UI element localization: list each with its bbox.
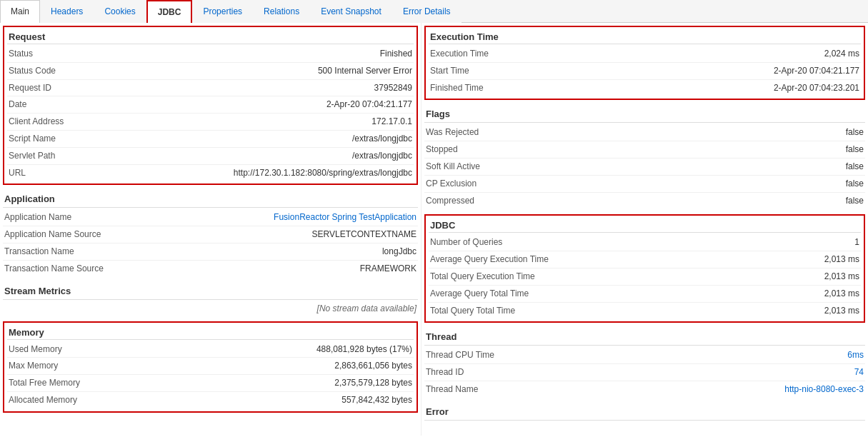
transaction-name-label: Transaction Name xyxy=(4,246,74,258)
max-memory-label: Max Memory xyxy=(9,360,58,372)
table-row: Allocated Memory 557,842,432 bytes xyxy=(7,392,414,408)
thread-section: Thread Thread CPU Time 6ms Thread ID 74 … xyxy=(424,328,865,397)
start-time-value: 2-Apr-20 07:04:21.177 xyxy=(774,65,859,77)
finished-time-label: Finished Time xyxy=(430,82,484,94)
stream-metrics-value: [No stream data available] xyxy=(3,301,418,316)
request-title: Request xyxy=(7,30,414,44)
transaction-name-value: longJdbc xyxy=(382,246,416,258)
table-row: Number of Queries 1 xyxy=(429,234,861,251)
servlet-path-value: /extras/longjdbc xyxy=(352,150,412,162)
stream-metrics-title: Stream Metrics xyxy=(3,283,418,300)
request-id-value: 37952849 xyxy=(374,82,412,94)
tab-error-details[interactable]: Error Details xyxy=(392,0,462,23)
max-memory-value: 2,863,661,056 bytes xyxy=(334,360,412,372)
date-label: Date xyxy=(9,99,26,111)
table-row: Servlet Path /extras/longjdbc xyxy=(7,148,414,165)
left-panel: Request Status Finished Status Code 500 … xyxy=(0,23,421,436)
total-free-memory-label: Total Free Memory xyxy=(9,377,80,389)
num-queries-label: Number of Queries xyxy=(430,236,502,248)
table-row: Total Free Memory 2,375,579,128 bytes xyxy=(7,375,414,392)
used-memory-label: Used Memory xyxy=(9,343,62,356)
servlet-path-label: Servlet Path xyxy=(9,150,55,162)
total-query-total-value: 2,013 ms xyxy=(824,305,859,317)
total-query-total-label: Total Query Total Time xyxy=(430,305,515,317)
thread-cpu-label: Thread CPU Time xyxy=(426,349,494,361)
thread-id-value: 74 xyxy=(854,366,864,378)
jdbc-section: JDBC Number of Queries 1 Average Query E… xyxy=(424,214,865,323)
table-row: Date 2-Apr-20 07:04:21.177 xyxy=(7,96,414,114)
status-label: Status xyxy=(9,48,33,60)
error-section: Error xyxy=(424,403,865,421)
total-free-memory-value: 2,375,579,128 bytes xyxy=(334,377,412,389)
cp-exclusion-label: CP Exclusion xyxy=(426,178,477,190)
transaction-name-source-value: FRAMEWORK xyxy=(360,263,416,275)
table-row: URL http://172.30.1.182:8080/spring/extr… xyxy=(7,165,414,181)
exec-time-value: 2,024 ms xyxy=(824,48,859,60)
client-address-label: Client Address xyxy=(9,116,64,128)
soft-kill-value: false xyxy=(846,161,864,173)
finished-time-value: 2-Apr-20 07:04:23.201 xyxy=(774,82,859,94)
compressed-label: Compressed xyxy=(426,195,474,207)
was-rejected-value: false xyxy=(846,126,864,139)
thread-title: Thread xyxy=(424,328,865,346)
date-value: 2-Apr-20 07:04:21.177 xyxy=(326,99,412,111)
used-memory-value: 488,081,928 bytes (17%) xyxy=(316,343,412,356)
error-title: Error xyxy=(424,403,865,421)
status-value: Finished xyxy=(380,48,412,60)
application-title: Application xyxy=(3,191,418,208)
app-name-source-value: SERVLETCONTEXTNAME xyxy=(312,228,416,241)
was-rejected-label: Was Rejected xyxy=(426,126,479,139)
transaction-name-source-label: Transaction Name Source xyxy=(4,263,104,275)
client-address-value: 172.17.0.1 xyxy=(371,116,412,128)
table-row: Average Query Total Time 2,013 ms xyxy=(429,286,861,303)
thread-name-label: Thread Name xyxy=(426,383,478,396)
avg-query-total-value: 2,013 ms xyxy=(824,288,859,300)
cp-exclusion-value: false xyxy=(846,178,864,190)
thread-id-label: Thread ID xyxy=(426,366,464,378)
table-row: Soft Kill Active false xyxy=(424,159,865,176)
app-name-label: Application Name xyxy=(4,211,71,223)
script-name-value: /extras/longjdbc xyxy=(352,133,412,145)
stream-metrics-section: Stream Metrics [No stream data available… xyxy=(3,283,418,316)
script-name-label: Script Name xyxy=(9,133,56,145)
table-row: Thread Name http-nio-8080-exec-3 xyxy=(424,381,865,398)
table-row: Average Query Execution Time 2,013 ms xyxy=(429,251,861,268)
thread-name-value: http-nio-8080-exec-3 xyxy=(784,383,864,396)
tab-properties[interactable]: Properties xyxy=(192,0,253,23)
table-row: Request ID 37952849 xyxy=(7,80,414,97)
table-row: Transaction Name Source FRAMEWORK xyxy=(3,261,418,277)
table-row: Total Query Execution Time 2,013 ms xyxy=(429,268,861,286)
total-query-exec-label: Total Query Execution Time xyxy=(430,271,535,283)
flags-section: Flags Was Rejected false Stopped false S… xyxy=(424,106,865,209)
jdbc-title: JDBC xyxy=(429,218,861,233)
stopped-label: Stopped xyxy=(426,144,458,156)
table-row: Thread ID 74 xyxy=(424,364,865,381)
url-label: URL xyxy=(9,167,26,179)
memory-title: Memory xyxy=(7,326,414,340)
tab-event-snapshot[interactable]: Event Snapshot xyxy=(310,0,392,23)
start-time-label: Start Time xyxy=(430,65,469,77)
app-name-value[interactable]: FusionReactor Spring TestApplication xyxy=(274,211,416,223)
execution-time-section: Execution Time Execution Time 2,024 ms S… xyxy=(424,26,865,100)
tabs-bar: Main Headers Cookies JDBC Properties Rel… xyxy=(0,0,868,23)
tab-headers[interactable]: Headers xyxy=(40,0,94,23)
tab-cookies[interactable]: Cookies xyxy=(94,0,146,23)
request-id-label: Request ID xyxy=(9,82,51,94)
url-value: http://172.30.1.182:8080/spring/extras/l… xyxy=(234,167,412,179)
soft-kill-label: Soft Kill Active xyxy=(426,161,480,173)
allocated-memory-value: 557,842,432 bytes xyxy=(341,394,412,406)
exec-time-label: Execution Time xyxy=(430,48,489,60)
table-row: Finished Time 2-Apr-20 07:04:23.201 xyxy=(429,80,861,96)
table-row: Stopped false xyxy=(424,141,865,159)
tab-relations[interactable]: Relations xyxy=(253,0,310,23)
tab-main[interactable]: Main xyxy=(0,0,40,23)
table-row: Used Memory 488,081,928 bytes (17%) xyxy=(7,341,414,358)
table-row: Start Time 2-Apr-20 07:04:21.177 xyxy=(429,63,861,80)
table-row: Status Finished xyxy=(7,46,414,63)
status-code-value: 500 Internal Server Error xyxy=(318,65,412,77)
app-name-source-label: Application Name Source xyxy=(4,228,101,241)
execution-time-title: Execution Time xyxy=(429,30,861,44)
request-section: Request Status Finished Status Code 500 … xyxy=(3,26,418,185)
tab-jdbc[interactable]: JDBC xyxy=(146,0,193,23)
avg-query-total-label: Average Query Total Time xyxy=(430,288,529,300)
